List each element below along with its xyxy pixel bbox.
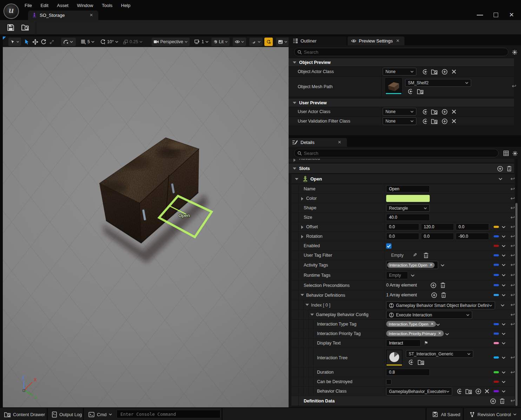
remove-tag-icon[interactable]: ✕ — [430, 322, 434, 326]
tab-details-close-icon[interactable]: ✕ — [338, 140, 341, 145]
show-flags-dropdown[interactable] — [233, 38, 246, 46]
screen-percentage-button[interactable]: 1 — [194, 38, 209, 46]
chevron-down-icon[interactable] — [502, 356, 506, 359]
delete-icon[interactable] — [423, 252, 429, 258]
edit-icon[interactable]: ✎ — [413, 252, 417, 258]
reset-to-default-icon[interactable]: ↩ — [510, 398, 515, 403]
reset-to-default-icon[interactable]: ↩ — [510, 302, 515, 307]
slot-open-header[interactable]: Open ↩ — [291, 174, 515, 184]
screenshot-dropdown[interactable] — [276, 38, 289, 46]
asset-tab[interactable]: SO_Storage ✕ — [28, 11, 98, 20]
color-swatch[interactable] — [386, 195, 430, 202]
window-maximize-button[interactable] — [494, 13, 498, 17]
grid-snap-button[interactable]: 5 — [81, 38, 94, 46]
use-selected-icon[interactable] — [422, 118, 428, 124]
offset-y-field[interactable]: 120.0 — [421, 223, 454, 230]
browse-icon[interactable] — [431, 109, 437, 115]
mesh-thumbnail[interactable] — [385, 78, 402, 94]
add-icon[interactable] — [475, 388, 481, 394]
reset-to-default-icon[interactable]: ↩ — [510, 215, 515, 220]
move-tool-button[interactable] — [32, 38, 38, 46]
rotation-y-field[interactable]: 0.0 — [421, 233, 454, 240]
delete-elements-icon[interactable] — [500, 398, 505, 404]
reset-to-default-icon[interactable]: ↩ — [510, 186, 515, 191]
reset-to-default-icon[interactable]: ↩ — [510, 355, 515, 360]
chevron-down-icon[interactable] — [502, 342, 506, 344]
browse-icon[interactable] — [431, 118, 437, 124]
browse-to-asset-icon[interactable] — [21, 23, 30, 32]
mesh-path-dropdown[interactable]: SM_Shelf2 — [405, 79, 471, 87]
menu-file[interactable]: File — [21, 1, 35, 9]
menu-window[interactable]: Window — [73, 1, 97, 9]
chevron-down-icon[interactable] — [445, 333, 449, 335]
reset-to-default-icon[interactable]: ↩ — [510, 322, 515, 327]
chevron-down-icon[interactable] — [501, 304, 504, 307]
browse-icon[interactable] — [418, 359, 424, 365]
camera-perspective-dropdown[interactable]: Perspective — [152, 38, 190, 46]
use-selected-icon[interactable] — [422, 69, 428, 75]
delete-elements-icon[interactable] — [441, 292, 446, 298]
reset-to-default-icon[interactable]: ↩ — [510, 196, 515, 201]
offset-x-field[interactable]: 0.0 — [386, 223, 419, 230]
add-icon[interactable] — [442, 109, 448, 115]
chevron-down-icon[interactable] — [502, 371, 506, 374]
window-close-button[interactable]: ✕ — [509, 11, 514, 19]
reset-to-default-icon[interactable]: ↩ — [510, 370, 515, 375]
object-actor-class-dropdown[interactable]: None — [383, 68, 416, 76]
delete-elements-icon[interactable] — [440, 282, 446, 288]
reset-to-default-icon[interactable]: ↩ — [510, 205, 515, 210]
localization-flag-icon[interactable]: ⚑ — [424, 340, 428, 346]
snapping-dropdown[interactable] — [61, 38, 76, 46]
lit-mode-dropdown[interactable]: Lit — [211, 38, 230, 46]
reset-to-default-icon[interactable]: ↩ — [510, 273, 515, 277]
section-user-preview[interactable]: User Preview — [289, 99, 514, 107]
browse-icon[interactable] — [431, 69, 437, 75]
use-selected-icon[interactable] — [422, 109, 428, 115]
reset-to-default-icon[interactable]: ↩ — [510, 283, 515, 288]
reset-to-default-icon[interactable]: ↩ — [510, 312, 515, 317]
browse-icon[interactable] — [466, 388, 472, 394]
reset-to-default-icon[interactable]: ↩ — [510, 293, 515, 297]
viewport-3d-view[interactable]: Open Z X Y — [3, 47, 289, 407]
index-0-dropdown[interactable]: Gameplay Behavior Smart Object Behavior … — [386, 301, 495, 309]
realtime-override-button[interactable] — [264, 38, 273, 46]
shape-dropdown[interactable]: Rectangle — [386, 204, 430, 212]
tab-preview-settings-close-icon[interactable]: ✕ — [396, 38, 400, 43]
add-icon[interactable] — [442, 118, 448, 124]
offset-z-field[interactable]: 0.0 — [456, 223, 489, 230]
transform-mode-dropdown[interactable] — [8, 38, 21, 46]
details-search-input[interactable] — [294, 149, 499, 157]
browse-icon[interactable] — [417, 88, 423, 94]
gear-icon[interactable] — [512, 151, 518, 156]
console-command-input[interactable] — [117, 410, 220, 418]
reset-to-default-icon[interactable]: ↩ — [510, 243, 515, 248]
runtime-tags-box[interactable]: Empty — [386, 271, 408, 279]
remove-tag-icon[interactable]: ✕ — [429, 263, 433, 267]
chevron-down-icon[interactable] — [502, 245, 506, 247]
name-field[interactable]: Open — [386, 185, 430, 192]
remove-tag-icon[interactable]: ✕ — [438, 331, 441, 336]
chevron-down-icon[interactable] — [411, 274, 415, 277]
reset-to-default-icon[interactable]: ↩ — [510, 253, 515, 258]
section-object-preview[interactable]: Object Preview — [289, 58, 514, 67]
add-element-icon[interactable] — [430, 282, 436, 288]
section-slots[interactable]: Slots — [289, 164, 514, 173]
chevron-down-icon[interactable] — [502, 390, 506, 393]
scale-tool-button[interactable] — [49, 38, 54, 46]
row-definition-data[interactable]: Definition Data ↩ — [291, 396, 515, 406]
content-drawer-button[interactable]: Content Drawer — [4, 408, 45, 420]
rotation-snap-button[interactable]: 10° — [100, 38, 118, 46]
user-validation-filter-class-dropdown[interactable]: None — [383, 117, 416, 125]
menu-asset[interactable]: Asset — [53, 1, 72, 9]
reset-to-default-icon[interactable]: ↩ — [512, 84, 516, 88]
details-scrollbar[interactable] — [515, 159, 517, 406]
can-be-destroyed-checkbox[interactable] — [386, 379, 391, 385]
use-selected-icon[interactable] — [407, 88, 413, 94]
menu-help[interactable]: Help — [118, 1, 134, 9]
user-actor-class-dropdown[interactable]: None — [383, 108, 416, 116]
chevron-down-icon[interactable] — [502, 235, 506, 238]
select-tool-button[interactable] — [24, 38, 29, 46]
reset-to-default-icon[interactable]: ↩ — [510, 176, 515, 181]
duration-field[interactable]: 0.8 — [386, 369, 430, 376]
menu-tools[interactable]: Tools — [98, 1, 116, 9]
